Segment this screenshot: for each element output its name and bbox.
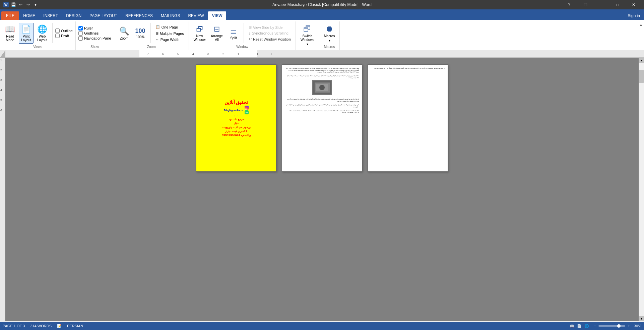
ruler-checkbox[interactable]: Ruler bbox=[78, 26, 111, 31]
ruler-mark-4: 4 bbox=[0, 89, 5, 92]
outline-checkbox-input[interactable] bbox=[55, 29, 60, 33]
ruler-area: -7 -6 -5 -4 -3 -2 -1 1 ⊥ bbox=[0, 50, 644, 58]
macros-icon: ⏺ bbox=[325, 24, 333, 34]
page-width-button[interactable]: ↔ Page Width bbox=[153, 37, 186, 42]
nav-pane-checkbox-input[interactable] bbox=[78, 36, 83, 41]
page1-whatsapp-text: واتساپ bbox=[241, 133, 251, 137]
show-controls: Ruler Gridlines Navigation Pane bbox=[78, 23, 111, 44]
macros-button[interactable]: ⏺ Macros ▾ bbox=[322, 23, 337, 44]
vertical-ruler: 1 2 3 4 5 6 bbox=[0, 58, 5, 321]
view-side-by-side-button[interactable]: ⊟ View Side by Side bbox=[247, 24, 293, 30]
print-layout-button[interactable]: 📄 PrintLayout bbox=[19, 23, 34, 44]
sync-scrolling-button[interactable]: ↕ Synchronous Scrolling bbox=[247, 31, 293, 36]
zoom-100-icon: 100 bbox=[135, 28, 145, 35]
customize-qa-button[interactable]: ▾ bbox=[32, 1, 39, 8]
outline-checkbox[interactable]: Outline bbox=[55, 29, 73, 33]
redo-qa-button[interactable]: ↪ bbox=[25, 1, 31, 8]
print-layout-status-icon[interactable]: 📄 bbox=[576, 323, 582, 329]
reset-window-position-button[interactable]: ↩ Reset Window Position bbox=[247, 36, 293, 42]
read-mode-status-icon[interactable]: 📖 bbox=[569, 323, 575, 329]
collapse-ribbon-button[interactable]: ▲ bbox=[638, 21, 644, 50]
scrollbar-track[interactable] bbox=[639, 63, 644, 316]
scroll-down-button[interactable]: ▼ bbox=[639, 316, 644, 321]
save-qa-button[interactable]: 💾 bbox=[10, 1, 17, 8]
view-icons: 📖 📄 🌐 bbox=[569, 323, 590, 329]
restore-button[interactable]: ❐ bbox=[578, 0, 593, 9]
web-layout-icon: 🌐 bbox=[37, 24, 47, 34]
nav-pane-checkbox[interactable]: Navigation Pane bbox=[78, 36, 111, 41]
vertical-scrollbar[interactable]: ▲ ▼ bbox=[639, 58, 644, 321]
switch-windows-arrow: ▾ bbox=[307, 42, 308, 46]
ribbon-group-macros: ⏺ Macros ▾ Macros bbox=[319, 21, 340, 50]
svg-marker-2 bbox=[0, 50, 5, 58]
views-controls: 📖 ReadMode 📄 PrintLayout 🌐 WebLayout Out… bbox=[3, 23, 73, 44]
scroll-up-button[interactable]: ▲ bbox=[639, 58, 644, 63]
gridlines-checkbox[interactable]: Gridlines bbox=[78, 31, 111, 36]
tab-view[interactable]: VIEW bbox=[208, 11, 227, 20]
status-right: 📖 📄 🌐 － ＋ 30% bbox=[569, 323, 641, 329]
tab-file[interactable]: FILE bbox=[1, 11, 19, 20]
status-left: PAGE 1 OF 3 314 WORDS 📝 PERSIAN bbox=[3, 324, 83, 328]
tab-page-layout[interactable]: PAGE LAYOUT bbox=[85, 11, 121, 20]
page-info: PAGE 1 OF 3 bbox=[3, 324, 25, 328]
view-side-label: View Side by Side bbox=[253, 25, 282, 30]
reset-pos-icon: ↩ bbox=[249, 37, 252, 41]
page1-phone-number: 09981366624 bbox=[222, 133, 240, 137]
one-page-button[interactable]: 📋 One Page bbox=[153, 24, 186, 30]
draft-checkbox[interactable]: Draft bbox=[55, 34, 73, 38]
maximize-button[interactable]: □ bbox=[610, 0, 625, 9]
zoom-group-label: Zoom bbox=[147, 44, 156, 49]
svg-point-17 bbox=[319, 85, 325, 90]
zoom-controls: 🔍 Zoom 100 100% 📋 One Page ⊞ Multiple Pa… bbox=[117, 23, 186, 44]
new-window-label: NewWindow bbox=[194, 34, 206, 42]
zoom-100-button[interactable]: 100 100% bbox=[133, 26, 148, 40]
zoom-button[interactable]: 🔍 Zoom bbox=[117, 25, 132, 42]
gridlines-checkbox-input[interactable] bbox=[78, 31, 83, 36]
window-controls: 🗗 NewWindow ⊟ ArrangeAll ⚌ Split ⊟ View … bbox=[192, 23, 293, 44]
help-button[interactable]: ? bbox=[562, 0, 577, 9]
close-button[interactable]: ✕ bbox=[626, 0, 641, 9]
scrollbar-thumb[interactable] bbox=[639, 70, 644, 83]
svg-text:-7: -7 bbox=[146, 52, 149, 56]
separator bbox=[52, 23, 53, 43]
split-button[interactable]: ⚌ Split bbox=[226, 25, 241, 41]
view-side-icon: ⊟ bbox=[249, 25, 252, 30]
zoom-slider-track[interactable] bbox=[598, 325, 625, 327]
minimize-button[interactable]: ─ bbox=[594, 0, 609, 9]
multiple-pages-button[interactable]: ⊞ Multiple Pages bbox=[153, 31, 186, 36]
switch-windows-label: SwitchWindows bbox=[301, 34, 314, 42]
web-layout-button[interactable]: 🌐 WebLayout bbox=[35, 23, 50, 43]
tab-review[interactable]: REVIEW bbox=[184, 11, 208, 20]
macros-controls: ⏺ Macros ▾ bbox=[322, 23, 337, 44]
read-mode-button[interactable]: 📖 ReadMode bbox=[3, 23, 17, 43]
zoom-slider: － ＋ bbox=[592, 323, 631, 329]
undo-qa-button[interactable]: ↩ bbox=[17, 1, 24, 8]
draft-checkbox-input[interactable] bbox=[55, 34, 60, 38]
tab-references[interactable]: REFERENCES bbox=[121, 11, 157, 20]
arrange-all-icon: ⊟ bbox=[214, 25, 220, 34]
language: PERSIAN bbox=[67, 324, 83, 328]
svg-text:-5: -5 bbox=[176, 52, 179, 56]
word-icon: W bbox=[3, 1, 9, 8]
ribbon-content: 📖 ReadMode 📄 PrintLayout 🌐 WebLayout Out… bbox=[0, 20, 644, 50]
sign-in-button[interactable]: Sign in bbox=[624, 11, 644, 20]
zoom-slider-thumb[interactable] bbox=[617, 324, 621, 328]
arrange-all-button[interactable]: ⊟ ArrangeAll bbox=[209, 23, 225, 43]
view-checkboxes: Outline Draft bbox=[55, 29, 73, 38]
zoom-plus-button[interactable]: ＋ bbox=[627, 323, 631, 329]
svg-text:-1: -1 bbox=[237, 52, 239, 56]
page1-line4: با کمترین قیمت بازار bbox=[225, 129, 248, 133]
tab-mailings[interactable]: MAILINGS bbox=[157, 11, 184, 20]
ribbon-group-window: 🗗 NewWindow ⊟ ArrangeAll ⚌ Split ⊟ View … bbox=[189, 21, 296, 50]
web-layout-status-icon[interactable]: 🌐 bbox=[584, 323, 590, 329]
title-bar-left: W 💾 ↩ ↪ ▾ bbox=[3, 1, 39, 8]
switch-windows-button[interactable]: 🗗 SwitchWindows ▾ bbox=[299, 23, 316, 47]
sync-scroll-icon: ↕ bbox=[249, 31, 251, 35]
tab-home[interactable]: HOME bbox=[19, 11, 39, 20]
zoom-minus-button[interactable]: － bbox=[592, 323, 597, 329]
svg-text:-6: -6 bbox=[161, 52, 164, 56]
ruler-checkbox-input[interactable] bbox=[78, 26, 83, 31]
tab-insert[interactable]: INSERT bbox=[39, 11, 62, 20]
tab-design[interactable]: DESIGN bbox=[62, 11, 85, 20]
new-window-button[interactable]: 🗗 NewWindow bbox=[192, 23, 208, 43]
